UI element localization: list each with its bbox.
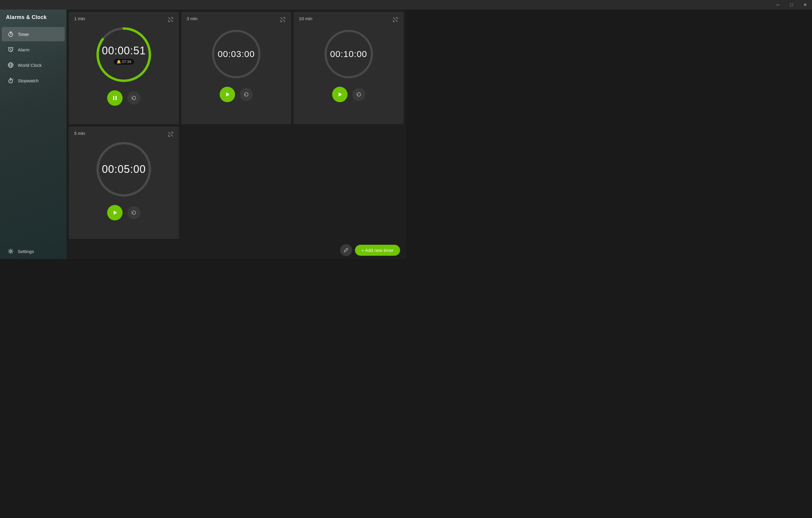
svg-rect-17 bbox=[115, 96, 117, 100]
settings-label: Settings bbox=[18, 249, 34, 254]
timer-1-alarm: 🔔 07:34 bbox=[114, 59, 134, 65]
timer-4-circle: 00:05:00 bbox=[94, 140, 153, 199]
sidebar-item-timer[interactable]: Timer bbox=[2, 27, 65, 41]
timer-4-display: 00:05:00 bbox=[102, 163, 146, 175]
sidebar-item-alarm[interactable]: Alarm bbox=[2, 43, 65, 57]
add-timer-button[interactable]: + Add new timer bbox=[355, 245, 400, 256]
timer-card-4: 5 min 00:05:00 bbox=[69, 127, 179, 239]
timer-3-time: 00:10:00 bbox=[330, 49, 367, 59]
timer-2-circle: 00:03:00 bbox=[209, 27, 263, 81]
svg-line-12 bbox=[13, 79, 13, 80]
timer-1-time: 00:00:51 bbox=[102, 45, 146, 57]
timer-3-display: 00:10:00 bbox=[330, 49, 367, 59]
timer-1-display: 00:00:51 🔔 07:34 bbox=[102, 45, 146, 65]
timer-4-expand[interactable] bbox=[167, 130, 175, 138]
timers-grid: 1 min 00:00:51 🔔 07:34 bbox=[66, 9, 406, 241]
settings-icon bbox=[8, 248, 13, 254]
app-title: Alarms & Clock bbox=[0, 9, 66, 26]
empty-slot-5 bbox=[181, 127, 291, 239]
timer-card-3: 10 min 00:10:00 bbox=[293, 12, 404, 124]
timer-1-circle: 00:00:51 🔔 07:34 bbox=[94, 25, 153, 84]
sidebar-nav: Timer Alarm World Clock bbox=[0, 26, 66, 244]
sidebar-item-stopwatch-label: Stopwatch bbox=[18, 78, 38, 83]
bottom-bar: + Add new timer bbox=[66, 241, 406, 259]
timer-1-reset-button[interactable] bbox=[127, 91, 140, 105]
svg-point-13 bbox=[10, 250, 11, 252]
timer-card-1: 1 min 00:00:51 🔔 07:34 bbox=[69, 12, 179, 124]
sidebar: Alarms & Clock Timer bbox=[0, 0, 66, 259]
main-content: 1 min 00:00:51 🔔 07:34 bbox=[66, 0, 406, 259]
timer-3-circle: 00:10:00 bbox=[322, 27, 375, 81]
svg-marker-21 bbox=[339, 92, 342, 97]
timer-4-time: 00:05:00 bbox=[102, 163, 146, 175]
timer-4-play-button[interactable] bbox=[107, 205, 122, 220]
timer-2-display: 00:03:00 bbox=[218, 49, 255, 59]
sidebar-item-worldclock[interactable]: World Clock bbox=[2, 58, 65, 72]
timer-2-controls bbox=[220, 87, 253, 102]
worldclock-icon bbox=[8, 62, 13, 68]
timer-3-label: 10 min bbox=[299, 16, 312, 21]
timer-4-reset-button[interactable] bbox=[127, 206, 140, 219]
svg-marker-19 bbox=[226, 92, 229, 97]
svg-rect-16 bbox=[113, 96, 114, 100]
sidebar-settings[interactable]: Settings bbox=[2, 244, 65, 258]
timer-icon bbox=[8, 31, 13, 37]
timer-3-expand[interactable] bbox=[391, 16, 400, 24]
timer-2-reset-button[interactable] bbox=[240, 88, 253, 101]
timer-2-time: 00:03:00 bbox=[218, 49, 255, 59]
timer-2-expand[interactable] bbox=[279, 16, 287, 24]
timer-2-play-button[interactable] bbox=[220, 87, 235, 102]
timer-1-expand[interactable] bbox=[167, 16, 175, 24]
svg-marker-23 bbox=[114, 211, 117, 215]
titlebar: ─ □ ✕ bbox=[0, 0, 406, 9]
timer-3-controls bbox=[332, 87, 365, 102]
timer-1-label: 1 min bbox=[74, 16, 85, 21]
timer-1-pause-button[interactable] bbox=[107, 90, 122, 106]
stopwatch-icon bbox=[8, 78, 13, 83]
sidebar-item-stopwatch[interactable]: Stopwatch bbox=[2, 73, 65, 88]
alarm-icon bbox=[8, 47, 13, 53]
edit-button[interactable] bbox=[340, 244, 352, 256]
timer-4-label: 5 min bbox=[74, 131, 85, 136]
alarm-bell-icon: 🔔 bbox=[117, 60, 121, 64]
empty-slot-6 bbox=[293, 127, 404, 239]
sidebar-item-timer-label: Timer bbox=[18, 32, 29, 37]
timer-4-controls bbox=[107, 205, 140, 220]
timer-2-label: 3 min bbox=[187, 16, 198, 21]
sidebar-item-worldclock-label: World Clock bbox=[18, 63, 42, 68]
timer-1-controls bbox=[107, 90, 140, 106]
timer-card-2: 3 min 00:03:00 bbox=[181, 12, 291, 124]
timer-3-play-button[interactable] bbox=[332, 87, 348, 102]
sidebar-item-alarm-label: Alarm bbox=[18, 47, 29, 52]
timer-3-reset-button[interactable] bbox=[352, 88, 365, 101]
